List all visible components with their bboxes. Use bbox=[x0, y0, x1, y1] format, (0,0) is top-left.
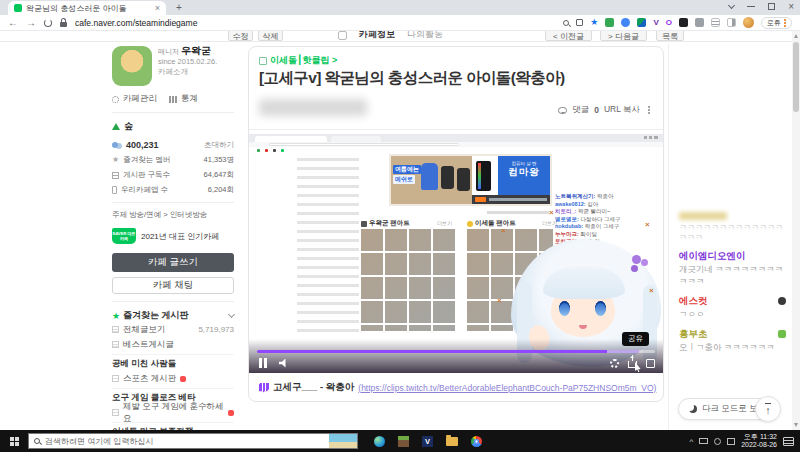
volume-icon[interactable] bbox=[279, 359, 289, 368]
extension-dark-icon[interactable] bbox=[679, 18, 688, 27]
search-icon[interactable] bbox=[563, 20, 569, 26]
next-post-button[interactable]: > 다음글 bbox=[600, 31, 647, 41]
reading-list-icon[interactable] bbox=[711, 18, 720, 27]
edit-button[interactable]: 수정 bbox=[228, 31, 253, 41]
profile-chip[interactable]: 로휴 bbox=[761, 17, 792, 29]
keyboard-icon[interactable] bbox=[699, 438, 708, 444]
profile-avatar[interactable] bbox=[743, 17, 754, 28]
collapse-caret-icon[interactable] bbox=[228, 311, 235, 318]
new-tab-button[interactable]: + bbox=[176, 2, 182, 13]
cafe-badge-text: 2021년 대표 인기카페 bbox=[141, 231, 219, 242]
extension-green-icon[interactable] bbox=[605, 18, 614, 27]
notification-center-icon[interactable] bbox=[783, 437, 794, 446]
taskbar-clock[interactable]: 오후 11:32 2022-08-26 bbox=[741, 433, 777, 450]
profile-menu-icon[interactable] bbox=[784, 22, 786, 24]
share-icon[interactable] bbox=[576, 19, 583, 26]
character-eye bbox=[595, 301, 606, 316]
settings-gear-icon[interactable] bbox=[610, 359, 619, 368]
chat-name: 에스컷 bbox=[679, 295, 784, 308]
extensions-puzzle-icon[interactable] bbox=[695, 18, 704, 27]
board-item[interactable]: 전체글보기 5,719,973 bbox=[112, 322, 234, 337]
search-placeholder: 검색하려면 여기에 입력하십시 bbox=[45, 436, 153, 447]
board-item[interactable]: 스포츠 게시판 bbox=[112, 371, 234, 386]
search-highlight-image[interactable] bbox=[329, 434, 357, 448]
start-button[interactable] bbox=[0, 430, 28, 452]
board-group-header: 공베 미친 사람들 bbox=[112, 354, 234, 371]
video-progress-bar[interactable] bbox=[257, 350, 655, 353]
comment-label[interactable]: 댓글 bbox=[572, 104, 589, 116]
board-item[interactable]: 베스트게시글 bbox=[112, 337, 234, 352]
cafe-stats-link[interactable]: 통계 bbox=[181, 93, 198, 105]
video-player[interactable]: 여름에는 메쉬로 컴퓨터 살 땐 컴마왕 bbox=[249, 134, 663, 373]
dark-chair-image bbox=[457, 168, 470, 191]
more-icon[interactable] bbox=[648, 109, 650, 111]
cafe-profile-image[interactable] bbox=[112, 46, 152, 86]
back-icon[interactable]: ← bbox=[8, 17, 18, 29]
inner-sidebar-lines bbox=[297, 158, 359, 334]
taskbar-search[interactable]: 검색하려면 여기에 입력하십시 bbox=[28, 433, 358, 449]
edge-icon[interactable] bbox=[374, 436, 385, 447]
chrome-icon[interactable] bbox=[471, 436, 482, 447]
board-header-label: 우왁굳 팬아트 bbox=[369, 219, 410, 228]
inner-board-header: 우왁굳 팬아트 bbox=[361, 219, 410, 228]
delete-button[interactable]: 삭제 bbox=[258, 31, 283, 41]
cafe-home-icon[interactable] bbox=[338, 31, 347, 40]
scroll-down-icon[interactable] bbox=[794, 423, 798, 427]
extension-o-icon[interactable]: O bbox=[666, 18, 672, 27]
forward-icon[interactable]: → bbox=[26, 17, 36, 29]
inner-window-controls bbox=[644, 136, 658, 139]
cafe-chat-button[interactable]: 카페 채팅 bbox=[112, 277, 234, 294]
fullscreen-icon[interactable] bbox=[646, 359, 655, 368]
scrollbar-thumb[interactable] bbox=[793, 42, 799, 112]
close-icon[interactable]: × bbox=[788, 2, 794, 11]
v-app-icon[interactable]: V bbox=[422, 436, 433, 447]
scroll-up-icon[interactable] bbox=[794, 34, 798, 38]
file-explorer-icon[interactable] bbox=[446, 437, 458, 446]
side-panel-icon[interactable] bbox=[727, 18, 736, 27]
extension-v-icon[interactable]: V bbox=[653, 18, 658, 27]
ad-strip bbox=[472, 195, 550, 204]
tab-my-activity[interactable]: 나의활동 bbox=[407, 31, 443, 41]
url-text[interactable]: cafe.naver.com/steamindiegame bbox=[75, 18, 197, 28]
tray-expand-icon[interactable]: ^ bbox=[689, 437, 693, 446]
board-item[interactable]: 제발 오구 게임에 훈수하세요 bbox=[112, 405, 234, 420]
prev-post-button[interactable]: < 이전글 bbox=[545, 31, 592, 41]
invite-link[interactable]: 초대하기 bbox=[204, 140, 234, 150]
ad-text: 메쉬로 bbox=[393, 175, 415, 184]
list-button[interactable]: 목록 bbox=[656, 31, 684, 41]
pause-icon[interactable] bbox=[259, 358, 262, 368]
divider bbox=[112, 301, 234, 302]
manager-name[interactable]: 우왁굳 bbox=[181, 45, 211, 56]
tray-icon[interactable] bbox=[714, 438, 721, 445]
clock-time: 오후 11:32 bbox=[741, 433, 777, 442]
tab-close-icon[interactable]: × bbox=[155, 4, 160, 13]
scroll-to-top-button[interactable]: ↑ bbox=[755, 396, 781, 422]
tab-cafe-info[interactable]: 카페정보 bbox=[359, 31, 395, 41]
cafe-manage-link[interactable]: 카페관리 bbox=[123, 93, 157, 105]
breadcrumb-label: 이세돌┃핫클립 > bbox=[270, 54, 337, 67]
up-arrow-icon: ↑ bbox=[765, 403, 771, 416]
phone-icon bbox=[112, 186, 117, 194]
minimize-icon[interactable] bbox=[747, 6, 755, 8]
favorite-boards-header[interactable]: ★ 즐겨찾는 게시판 bbox=[112, 309, 234, 322]
clip-title: 고세구___ - 왁충아 bbox=[273, 381, 354, 394]
breadcrumb[interactable]: 이세돌┃핫클립 > bbox=[259, 54, 337, 67]
board-icon bbox=[112, 375, 119, 382]
board-label: 베스트게시글 bbox=[123, 339, 174, 351]
extension-blue-icon[interactable] bbox=[621, 18, 630, 27]
board-label: 전체글보기 bbox=[123, 324, 166, 336]
profile-chip-label: 로휴 bbox=[767, 18, 781, 28]
page-scrollbar[interactable] bbox=[792, 31, 800, 430]
minecraft-icon[interactable] bbox=[398, 436, 409, 447]
browser-tab[interactable]: 왁굳님의 충성스러운 아이돌 × bbox=[8, 1, 166, 15]
extension-teal-icon[interactable] bbox=[637, 18, 646, 27]
reload-icon[interactable] bbox=[44, 19, 52, 27]
tray-icon[interactable] bbox=[727, 438, 735, 445]
cafe-write-button[interactable]: 카페 글쓰기 bbox=[112, 253, 234, 272]
cafe-intro-link[interactable]: 카페소개 bbox=[158, 67, 217, 77]
maximize-icon[interactable] bbox=[768, 3, 775, 10]
chevron-down-icon[interactable] bbox=[728, 2, 735, 9]
bookmark-star-icon[interactable]: ★ bbox=[590, 18, 598, 27]
url-copy-button[interactable]: URL 복사 bbox=[604, 104, 640, 116]
clip-link[interactable]: (https://clips.twitch.tv/BetterAdorableE… bbox=[358, 383, 656, 393]
